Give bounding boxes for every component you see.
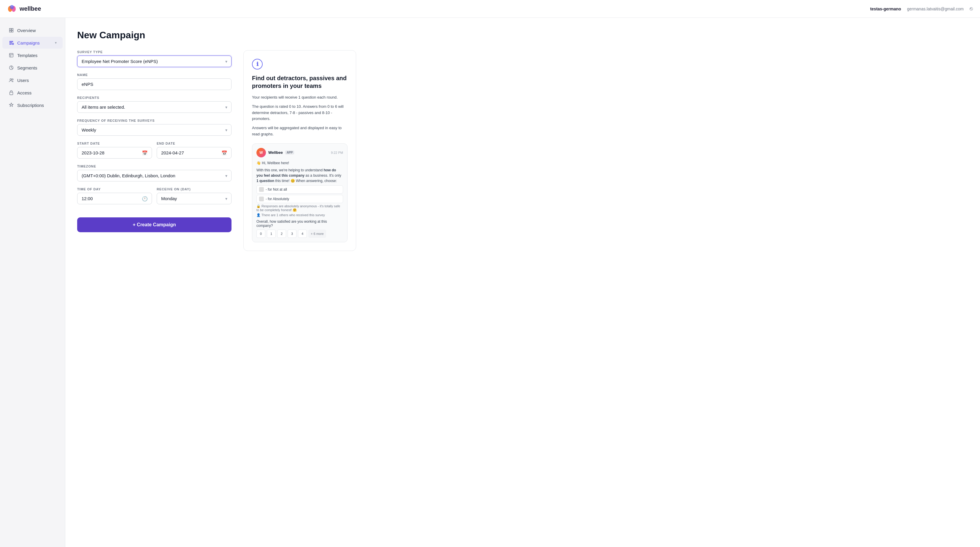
overview-icon [8,27,14,33]
recipients-wrapper: All items are selected. ▾ [77,101,232,113]
sidebar-item-templates[interactable]: Templates [2,49,63,61]
create-campaign-button[interactable]: + Create Campaign [77,217,232,232]
survey-type-select[interactable]: Employee Net Promoter Score (eNPS) [77,56,232,67]
receive-on-label: RECEIVE ON (DAY) [157,187,232,191]
templates-icon [8,52,14,58]
start-date-input[interactable] [77,147,152,159]
subscriptions-icon [8,102,14,108]
start-date-group: START DATE 📅 [77,142,152,159]
receive-on-wrapper: Monday ▾ [157,193,232,204]
option2-icon [259,196,264,201]
chat-greeting-text: 👋 Hi, Wellbee here! [256,161,289,165]
segments-icon [8,65,14,71]
time-of-day-wrapper: 🕛 [77,193,152,204]
info-card-desc1: Your recipients will receive 1 question … [252,94,348,100]
receive-on-group: RECEIVE ON (DAY) Monday ▾ [157,187,232,204]
chat-numbers: 0 1 2 3 4 + 6 more [256,230,343,238]
info-icon: ℹ [252,59,262,70]
chat-option2-text: - for Absolutely [266,197,289,201]
time-row: TIME OF DAY 🕛 RECEIVE ON (DAY) Monday [77,187,232,210]
chat-note1-text: 🔒 Responses are absolutely anonymous - i… [256,204,343,212]
sidebar-item-users-label: Users [17,78,29,83]
info-card: ℹ Find out detractors, passives and prom… [243,50,356,251]
name-label: NAME [77,73,232,77]
chat-note1: 🔒 Responses are absolutely anonymous - i… [256,204,343,212]
sidebar-item-subscriptions[interactable]: Subscriptions [2,99,63,111]
chat-number-0: 0 [256,230,265,238]
campaigns-chevron-icon: ▾ [55,41,57,45]
chat-message1: With this one, we're helping to understa… [256,167,343,183]
app-body: Overview Campaigns ▾ Templates Segments [0,18,980,547]
main-content: New Campaign SURVEY TYPE Employee Net Pr… [65,18,980,547]
chat-sender: Wellbee [268,150,283,155]
header-email: germanas.latvaitis@gmail.com [907,6,964,11]
receive-on-select[interactable]: Monday [157,193,232,204]
recipients-group: RECIPIENTS All items are selected. ▾ [77,96,232,113]
survey-type-group: SURVEY TYPE Employee Net Promoter Score … [77,50,232,67]
sidebar-item-segments-label: Segments [17,65,37,70]
svg-rect-4 [10,53,13,57]
svg-point-7 [12,79,13,80]
svg-point-2 [10,5,14,9]
chat-note2-text: 👤 There are 1 others who received this s… [256,213,325,217]
option1-icon [259,187,264,192]
chat-number-1: 1 [267,230,276,238]
sidebar-item-subscriptions-label: Subscriptions [17,103,44,108]
chat-avatar: W [256,148,266,157]
sidebar-item-overview[interactable]: Overview [2,24,63,36]
sidebar-item-access[interactable]: Access [2,87,63,99]
wellbee-logo-icon [7,4,17,14]
date-row: START DATE 📅 END DATE 📅 [77,142,232,164]
frequency-wrapper: Weekly ▾ [77,124,232,136]
sidebar-item-templates-label: Templates [17,53,37,58]
chat-greeting: 👋 Hi, Wellbee here! [256,160,343,166]
recipients-select[interactable]: All items are selected. [77,101,232,113]
chat-option2: - for Absolutely [256,195,343,203]
chat-header: W Wellbee APP 9:22 PM [256,148,343,157]
end-date-group: END DATE 📅 [157,142,232,159]
start-date-wrapper: 📅 [77,147,152,159]
end-date-input[interactable] [157,147,232,159]
start-date-label: START DATE [77,142,152,145]
timezone-group: TIMEZONE (GMT+0:00) Dublin, Edinburgh, L… [77,164,232,182]
sidebar-item-segments[interactable]: Segments [2,62,63,73]
info-card-title: Find out detractors, passives and promot… [252,74,348,90]
header-right: testas-germano germanas.latvaitis@gmail.… [870,6,973,12]
header-username: testas-germano [870,6,901,11]
frequency-select[interactable]: Weekly [77,124,232,136]
sidebar-item-campaigns[interactable]: Campaigns ▾ [2,37,63,49]
chat-option1-text: - for Not at all [266,187,287,191]
create-campaign-label: + Create Campaign [133,222,176,228]
campaigns-icon [8,40,14,46]
sidebar-item-users[interactable]: Users [2,74,63,86]
svg-rect-8 [10,92,13,95]
time-of-day-label: TIME OF DAY [77,187,152,191]
chat-number-2: 2 [277,230,286,238]
timezone-label: TIMEZONE [77,164,232,168]
page-title: New Campaign [77,30,968,41]
end-date-label: END DATE [157,142,232,145]
chat-note2: 👤 There are 1 others who received this s… [256,213,343,217]
sidebar-item-campaigns-label: Campaigns [17,40,40,45]
svg-point-6 [10,79,11,80]
recipients-label: RECIPIENTS [77,96,232,99]
logo-text: wellbee [19,5,41,12]
info-card-desc2: The question is rated 0 to 10. Answers f… [252,104,348,122]
chat-question: Overall, how satisfied are you working a… [256,220,343,228]
campaign-form: SURVEY TYPE Employee Net Promoter Score … [77,50,232,232]
time-of-day-input[interactable] [77,193,152,204]
form-layout: SURVEY TYPE Employee Net Promoter Score … [77,50,968,251]
survey-type-wrapper: Employee Net Promoter Score (eNPS) ▾ [77,56,232,67]
chat-number-3: 3 [288,230,296,238]
users-icon [8,77,14,83]
name-input[interactable] [77,78,232,90]
access-icon [8,90,14,96]
chat-more: + 6 more [309,230,326,238]
header: wellbee testas-germano germanas.latvaiti… [0,0,980,18]
sidebar-item-overview-label: Overview [17,28,36,33]
chat-option1: - for Not at all [256,185,343,194]
logout-icon[interactable]: ⎋ [970,6,973,12]
time-of-day-group: TIME OF DAY 🕛 [77,187,152,204]
timezone-select[interactable]: (GMT+0:00) Dublin, Edinburgh, Lisbon, Lo… [77,170,232,182]
chat-preview: W Wellbee APP 9:22 PM 👋 Hi, Wellbee here… [252,144,348,242]
